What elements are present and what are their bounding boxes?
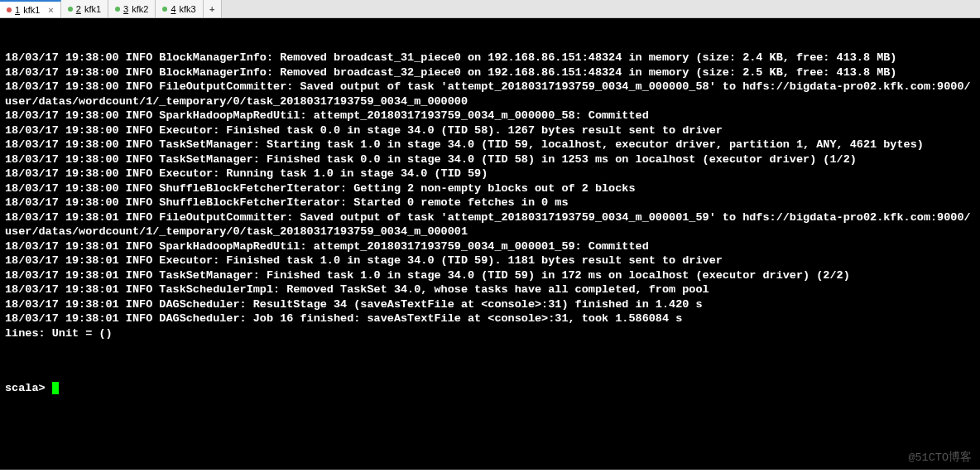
status-dot-icon [68, 7, 73, 12]
log-line: 18/03/17 19:38:00 INFO ShuffleBlockFetch… [5, 195, 975, 210]
log-line: 18/03/17 19:38:00 INFO TaskSetManager: S… [5, 138, 975, 152]
status-dot-icon [7, 7, 12, 12]
tab-kfk1-1[interactable]: 1 kfk1× [0, 0, 61, 17]
prompt-text: scala> [5, 382, 52, 394]
tab-label: kfk2 [132, 4, 148, 14]
log-line: 18/03/17 19:38:01 INFO SparkHadoopMapRed… [5, 239, 975, 254]
tab-bar: 1 kfk1×2 kfk13 kfk24 kfk3+ [0, 0, 980, 18]
log-line: 18/03/17 19:38:00 INFO Executor: Finishe… [5, 123, 975, 138]
log-line: 18/03/17 19:38:01 INFO FileOutputCommitt… [5, 210, 975, 239]
tab-number: 4 [171, 4, 175, 14]
log-line: 18/03/17 19:38:00 INFO TaskSetManager: F… [5, 152, 975, 167]
log-line: 18/03/17 19:38:00 INFO BlockManagerInfo:… [5, 65, 975, 80]
log-line: 18/03/17 19:38:01 INFO DAGScheduler: Res… [5, 297, 975, 312]
new-tab-button[interactable]: + [204, 0, 222, 17]
log-line: 18/03/17 19:38:01 INFO DAGScheduler: Job… [5, 311, 975, 326]
prompt-line: scala> [5, 381, 975, 396]
terminal-output[interactable]: 18/03/17 19:38:00 INFO BlockManagerInfo:… [0, 18, 980, 470]
tab-kfk3-4[interactable]: 4 kfk3 [156, 0, 203, 17]
tab-label: kfk1 [84, 4, 101, 14]
log-line: 18/03/17 19:38:01 INFO TaskSchedulerImpl… [5, 282, 975, 297]
log-line: 18/03/17 19:38:00 INFO BlockManagerInfo:… [5, 51, 975, 65]
tab-kfk1-2[interactable]: 2 kfk1 [61, 0, 108, 17]
tab-number: 2 [76, 4, 81, 14]
tab-kfk2-3[interactable]: 3 kfk2 [108, 0, 156, 17]
tab-label: kfk1 [23, 5, 40, 15]
log-line: 18/03/17 19:38:00 INFO FileOutputCommitt… [5, 80, 975, 109]
tab-number: 3 [123, 4, 128, 14]
log-line: 18/03/17 19:38:01 INFO Executor: Finishe… [5, 253, 975, 268]
close-icon[interactable]: × [48, 5, 53, 15]
log-line: 18/03/17 19:38:01 INFO TaskSetManager: F… [5, 268, 975, 283]
tab-label: kfk3 [180, 4, 196, 14]
tab-number: 1 [15, 5, 20, 15]
watermark: @51CTO博客 [908, 451, 972, 466]
status-dot-icon [162, 7, 167, 12]
log-lines: 18/03/17 19:38:00 INFO BlockManagerInfo:… [5, 51, 975, 340]
log-line: 18/03/17 19:38:00 INFO SparkHadoopMapRed… [5, 109, 975, 123]
status-dot-icon [115, 7, 120, 12]
log-line: 18/03/17 19:38:00 INFO ShuffleBlockFetch… [5, 181, 975, 196]
cursor [52, 382, 59, 394]
log-line: lines: Unit = () [5, 326, 975, 341]
log-line: 18/03/17 19:38:00 INFO Executor: Running… [5, 167, 975, 181]
